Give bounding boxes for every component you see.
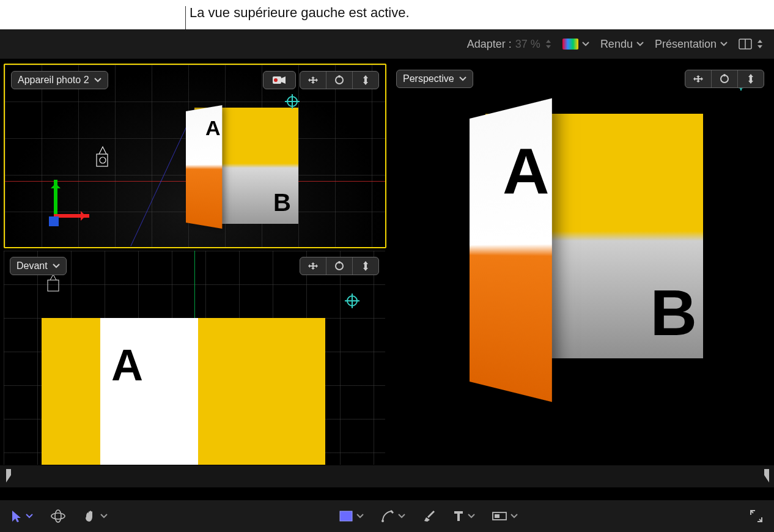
object-label-b: B bbox=[273, 189, 291, 216]
svg-rect-11 bbox=[48, 280, 59, 291]
chevron-down-icon bbox=[582, 42, 589, 46]
orbit-icon bbox=[334, 75, 345, 86]
pen-bezier-icon bbox=[381, 509, 394, 523]
object-label-b: B bbox=[650, 276, 697, 350]
fit-control[interactable]: Adapter : 37 % bbox=[467, 38, 551, 51]
camera-selector-label: Appareil photo 2 bbox=[18, 75, 89, 86]
dolly-tool-button[interactable] bbox=[737, 70, 764, 87]
dolly-icon bbox=[361, 260, 370, 272]
chevron-down-icon bbox=[720, 42, 728, 46]
orbit-tool-button[interactable] bbox=[326, 257, 352, 275]
top-toolbar: Adapter : 37 % Rendu Présentation bbox=[0, 29, 774, 59]
dolly-tool-button[interactable] bbox=[352, 257, 378, 275]
viewport-toolbar bbox=[300, 257, 379, 275]
mask-tool-button[interactable] bbox=[492, 511, 518, 522]
dolly-icon bbox=[746, 73, 755, 84]
chevron-down-icon bbox=[468, 514, 475, 519]
svg-point-23 bbox=[55, 510, 61, 522]
chevron-down-icon bbox=[459, 76, 466, 81]
svg-point-3 bbox=[100, 157, 106, 163]
orbit-icon bbox=[334, 260, 345, 272]
text-t-icon bbox=[453, 510, 464, 522]
chevron-down-icon bbox=[100, 514, 108, 519]
fit-value: 37 % bbox=[515, 38, 540, 51]
shape-tool-button[interactable] bbox=[339, 511, 364, 522]
stepper-icon[interactable] bbox=[545, 40, 551, 48]
camera-selector-label: Devant bbox=[17, 260, 48, 272]
video-camera-icon bbox=[272, 75, 287, 85]
svg-point-22 bbox=[51, 513, 65, 519]
pan-icon bbox=[692, 74, 704, 84]
brush-tool-button[interactable] bbox=[422, 509, 436, 523]
pan-tool-button[interactable] bbox=[300, 72, 326, 89]
pan-tool-button[interactable] bbox=[300, 257, 326, 275]
render-dropdown[interactable]: Rendu bbox=[600, 38, 644, 51]
arrow-cursor-icon bbox=[11, 509, 22, 523]
camera-selector[interactable]: Appareil photo 2 bbox=[11, 71, 108, 89]
orient-crosshair-icon[interactable] bbox=[345, 294, 359, 308]
presentation-dropdown[interactable]: Présentation bbox=[655, 38, 728, 51]
chevron-down-icon bbox=[53, 264, 60, 268]
brush-icon bbox=[422, 509, 436, 523]
orient-crosshair-icon[interactable] bbox=[285, 94, 300, 109]
pan-tool-button[interactable] bbox=[685, 70, 711, 87]
out-point-marker-icon[interactable] bbox=[763, 468, 769, 484]
layout-grid-icon bbox=[739, 39, 752, 50]
pan-icon bbox=[307, 261, 319, 271]
stepper-icon[interactable] bbox=[757, 40, 763, 48]
chevron-down-icon bbox=[94, 78, 101, 83]
view-nav-group bbox=[300, 71, 379, 89]
select-tool-button[interactable] bbox=[11, 509, 33, 523]
viewport-top-left[interactable]: B A Appareil photo 2 bbox=[4, 64, 386, 248]
viewport-bottom-left[interactable]: A Devant bbox=[4, 251, 385, 465]
dolly-icon bbox=[361, 75, 370, 86]
object-face-a: A bbox=[100, 318, 198, 465]
axis-gizmo-icon[interactable] bbox=[35, 180, 90, 235]
camera-selector[interactable]: Perspective bbox=[396, 70, 473, 88]
object-label-a: A bbox=[111, 340, 143, 390]
svg-rect-27 bbox=[495, 514, 499, 518]
hand-icon bbox=[83, 509, 97, 523]
render-label: Rendu bbox=[600, 38, 633, 51]
viewport-toolbar bbox=[685, 70, 764, 88]
chevron-down-icon bbox=[356, 514, 364, 519]
svg-point-10 bbox=[338, 75, 341, 78]
color-channel-dropdown[interactable] bbox=[562, 39, 589, 50]
app-window: Adapter : 37 % Rendu Présentation bbox=[0, 29, 774, 532]
scene-object[interactable]: B A bbox=[176, 108, 298, 224]
scene-object[interactable]: A B bbox=[456, 113, 707, 375]
camera-selector[interactable]: Devant bbox=[10, 257, 67, 275]
hand-tool-button[interactable] bbox=[83, 509, 108, 523]
fullscreen-toggle-button[interactable] bbox=[750, 509, 763, 523]
pen-tool-button[interactable] bbox=[381, 509, 405, 523]
view-nav-group bbox=[300, 257, 379, 275]
svg-point-25 bbox=[381, 520, 384, 522]
3d-orbit-icon bbox=[50, 509, 66, 523]
3d-transform-tool-button[interactable] bbox=[50, 509, 66, 523]
viewport-right[interactable]: A B Perspective bbox=[390, 64, 770, 465]
camera-gizmo-icon[interactable] bbox=[90, 144, 115, 170]
in-point-marker-icon[interactable] bbox=[5, 468, 11, 484]
presentation-label: Présentation bbox=[655, 38, 717, 51]
view-nav-group bbox=[685, 70, 764, 88]
svg-rect-24 bbox=[340, 511, 352, 521]
orbit-icon bbox=[719, 73, 730, 84]
viewport-toolbar bbox=[263, 71, 379, 89]
timeline-ruler[interactable] bbox=[0, 465, 774, 488]
camera-gizmo-icon[interactable] bbox=[44, 274, 62, 294]
viewport-layout-dropdown[interactable] bbox=[739, 39, 763, 50]
orbit-tool-button[interactable] bbox=[326, 72, 352, 89]
bottom-toolbar bbox=[0, 500, 774, 532]
camera-record-button[interactable] bbox=[263, 71, 296, 89]
dolly-tool-button[interactable] bbox=[352, 72, 378, 89]
chevron-down-icon bbox=[636, 42, 644, 46]
viewport-area: B A Appareil photo 2 bbox=[0, 59, 774, 465]
chevron-down-icon bbox=[26, 514, 33, 519]
fit-label: Adapter : bbox=[467, 38, 512, 51]
text-tool-button[interactable] bbox=[453, 510, 475, 522]
color-swatch-icon bbox=[562, 39, 578, 50]
orbit-tool-button[interactable] bbox=[711, 70, 737, 87]
object-label-a: A bbox=[503, 135, 550, 209]
rectangle-icon bbox=[339, 511, 353, 522]
camera-selector-label: Perspective bbox=[403, 73, 454, 84]
